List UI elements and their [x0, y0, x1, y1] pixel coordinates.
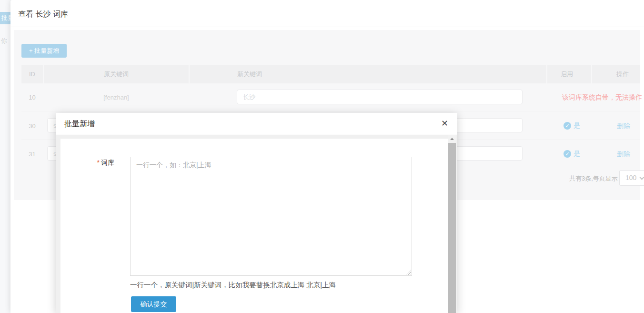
form-label-text: 词库 [101, 159, 114, 166]
system-builtin-note: 该词库系统自带，无法操作 [562, 93, 642, 102]
page-size-value: 100 [625, 174, 636, 182]
close-icon[interactable]: ✕ [441, 117, 448, 130]
table-header-divider [189, 65, 190, 83]
enabled-label: 是 [574, 150, 580, 158]
page-size-select[interactable]: 100 [619, 170, 644, 186]
delete-link[interactable]: 删除 [617, 122, 630, 131]
form-label-thesaurus: *词库 [60, 158, 130, 167]
batch-add-button[interactable]: + 批量新增 [21, 44, 67, 58]
batch-add-modal: 批量新增 ✕ *词库 一行一个，原关键词|新关键词，比如我要替换北京成上海 北京… [56, 113, 457, 313]
panel-header: 查看 长沙 词库 [10, 0, 644, 27]
column-header-id: ID [21, 65, 43, 83]
column-header-new-keyword: 新关键词 [237, 65, 294, 83]
table-header-divider [591, 65, 592, 83]
thesaurus-textarea[interactable] [130, 157, 412, 276]
scrollbar-thumb[interactable] [448, 143, 456, 313]
sidebar-item-batch[interactable]: 批量 [0, 12, 11, 24]
required-asterisk: * [97, 159, 100, 166]
new-keyword-input[interactable] [237, 90, 523, 104]
form-hint: 一行一个，原关键词|新关键词，比如我要替换北京成上海 北京|上海 [130, 281, 336, 290]
scroll-up-button[interactable] [448, 135, 456, 143]
modal-title: 批量新增 [64, 119, 95, 129]
sidebar-item-secondary[interactable]: 你 [0, 36, 11, 46]
row-id: 30 [21, 122, 43, 130]
modal-scrollbar[interactable] [448, 135, 456, 313]
app-viewport: 批量 你 查看 长沙 词库 + 批量新增 ID 原关键词 新关键词 启用 操作 … [0, 0, 644, 313]
modal-header: 批量新增 ✕ [56, 113, 457, 134]
thesaurus-textarea-wrap [130, 157, 412, 276]
row-id: 31 [21, 151, 43, 158]
row-id: 10 [21, 94, 43, 101]
chevron-down-icon [640, 175, 644, 180]
column-header-original-keyword: 原关键词 [44, 65, 189, 83]
page-title: 查看 长沙 词库 [18, 10, 68, 20]
modal-body: *词库 一行一个，原关键词|新关键词，比如我要替换北京成上海 北京|上海 确认提… [56, 135, 457, 313]
backdrop-page-sliver: 批量 你 [0, 0, 11, 313]
column-header-enabled: 启用 [547, 65, 586, 83]
enabled-cell: 是 [564, 121, 580, 130]
check-circle-icon [564, 150, 571, 158]
enabled-label: 是 [574, 121, 580, 130]
modal-form-panel: *词库 一行一个，原关键词|新关键词，比如我要替换北京成上海 北京|上海 确认提… [60, 139, 448, 313]
enabled-cell: 是 [564, 150, 580, 158]
confirm-submit-button[interactable]: 确认提交 [131, 296, 176, 312]
delete-link[interactable]: 删除 [617, 150, 630, 159]
row-divider [21, 111, 640, 111]
pagination-summary: 共有3条,每页显示 [569, 174, 618, 183]
scroll-up-arrow-icon [450, 138, 454, 140]
column-header-action: 操作 [604, 65, 642, 83]
original-keyword-text: [fenzhan] [44, 94, 189, 101]
check-circle-icon [564, 122, 571, 130]
